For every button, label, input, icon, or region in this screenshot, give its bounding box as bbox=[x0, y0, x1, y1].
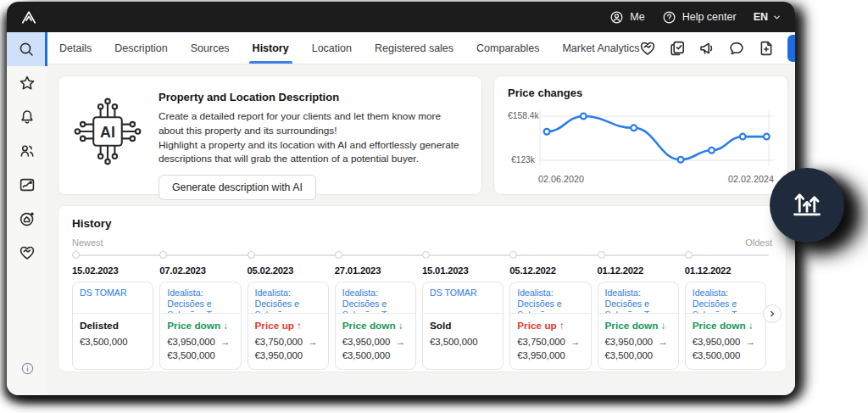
status-label: Price down ↓ bbox=[167, 320, 233, 332]
sidebar-item-contacts[interactable] bbox=[7, 134, 47, 168]
megaphone-icon[interactable] bbox=[698, 40, 715, 57]
generate-description-button[interactable]: Generate description with AI bbox=[159, 175, 316, 200]
smartlink-button[interactable]: SmartLink bbox=[787, 35, 795, 62]
status-label: Sold bbox=[430, 320, 496, 332]
market-trends-icon bbox=[789, 187, 825, 223]
status-label: Price up ↑ bbox=[517, 320, 583, 332]
price-change: €3,950,000 →€3,500,000 bbox=[605, 335, 671, 363]
history-timeline bbox=[72, 250, 772, 261]
ai-description-card: AI bbox=[58, 75, 482, 195]
source-link[interactable]: DS TOMAR bbox=[73, 282, 153, 314]
source-link[interactable]: Idealista: Decisões e Soluções Tomar bbox=[598, 282, 678, 314]
sidebar-item-star[interactable] bbox=[7, 66, 47, 100]
history-panel: History Newest Oldest 15.02.202307.02.20… bbox=[58, 205, 787, 372]
price-change: €3,950,000 →€3,500,000 bbox=[693, 335, 759, 363]
tab-registered-sales[interactable]: Registered sales bbox=[375, 32, 453, 64]
timeline-line bbox=[72, 254, 769, 256]
history-date: 01.12.2022 bbox=[598, 265, 685, 276]
info-icon[interactable] bbox=[20, 351, 35, 385]
history-card: Idealista: Decisões e Soluções Tomar... … bbox=[248, 282, 329, 370]
timeline-dot[interactable] bbox=[598, 251, 605, 259]
source-link[interactable]: Idealista: Decisões e Soluções Tomar... bbox=[510, 282, 590, 314]
status-label: Price up ↑ bbox=[255, 320, 321, 332]
topbar: Me Help center EN bbox=[7, 2, 795, 32]
timeline-dot[interactable] bbox=[509, 251, 517, 259]
tab-bar: DetailsDescriptionSourcesHistoryLocation… bbox=[47, 32, 795, 64]
chart-ytick: €158.4k bbox=[508, 111, 535, 120]
home-alerts-icon bbox=[19, 210, 36, 227]
sidebar-item-home-alerts[interactable] bbox=[7, 202, 47, 236]
tab-market-analytics[interactable]: Market Analytics bbox=[562, 32, 639, 64]
price-change: €3,950,000 →€3,500,000 bbox=[342, 335, 409, 363]
tab-comparables[interactable]: Comparables bbox=[476, 32, 539, 64]
me-menu[interactable]: Me bbox=[609, 10, 644, 25]
status-label: Price down ↓ bbox=[693, 320, 759, 332]
tab-description[interactable]: Description bbox=[114, 32, 168, 64]
timeline-oldest-label: Oldest bbox=[745, 237, 772, 248]
history-date: 01.12.2022 bbox=[685, 265, 772, 276]
status-label: Price down ↓ bbox=[342, 320, 409, 332]
ai-card-line1: Create a detailed report for your client… bbox=[159, 109, 466, 138]
star-icon bbox=[19, 75, 36, 92]
history-date: 05.02.2023 bbox=[248, 265, 335, 276]
tab-details[interactable]: Details bbox=[59, 32, 92, 64]
status-label: Price down ↓ bbox=[605, 320, 671, 332]
source-link[interactable]: Idealista: Decisões e Soluções Tomar bbox=[336, 282, 415, 314]
history-card: Idealista: Decisões e Soluções Tomar Pri… bbox=[335, 282, 416, 370]
svg-text:AI: AI bbox=[100, 124, 115, 141]
timeline-dot[interactable] bbox=[685, 251, 693, 259]
file-plus-icon[interactable] bbox=[758, 40, 775, 57]
sidebar-item-bell[interactable] bbox=[7, 100, 47, 134]
price-changes-card: Price changes €158.4k€123k 02.06.202002.… bbox=[493, 75, 788, 195]
timeline-dot[interactable] bbox=[248, 251, 255, 259]
source-link[interactable]: DS TOMAR bbox=[423, 282, 503, 314]
sidebar bbox=[7, 32, 47, 395]
sidebar-item-search[interactable] bbox=[7, 32, 47, 66]
help-center[interactable]: Help center bbox=[662, 10, 737, 25]
timeline-dot[interactable] bbox=[72, 251, 80, 259]
status-label: Delisted bbox=[80, 320, 146, 332]
me-label: Me bbox=[630, 11, 644, 23]
timeline-dot[interactable] bbox=[335, 251, 342, 259]
source-link[interactable]: Idealista: Decisões e Soluções Tomar... bbox=[248, 282, 328, 314]
chat-icon[interactable] bbox=[728, 40, 745, 57]
copy-check-icon[interactable] bbox=[669, 40, 686, 57]
price-changes-title: Price changes bbox=[508, 87, 774, 99]
price-line-chart bbox=[538, 106, 774, 172]
history-next-button[interactable] bbox=[763, 304, 782, 323]
tab-sources[interactable]: Sources bbox=[191, 32, 230, 64]
chart-xtick: 02.02.2024 bbox=[728, 174, 774, 184]
app-window: Me Help center EN bbox=[7, 2, 795, 395]
contacts-icon bbox=[19, 142, 36, 159]
price-change: €3,750,000 →€3,950,000 bbox=[517, 335, 583, 363]
ai-chip-icon: AI bbox=[69, 87, 147, 170]
casafari-logo-icon[interactable] bbox=[19, 9, 38, 25]
price-change: €3,750,000 →€3,950,000 bbox=[255, 335, 321, 363]
tab-history[interactable]: History bbox=[253, 32, 289, 64]
bell-icon bbox=[19, 109, 36, 126]
history-card: DS TOMAR Sold €3,500,000 bbox=[422, 282, 504, 370]
source-link[interactable]: Idealista: Decisões e Soluções Tomar bbox=[686, 282, 765, 314]
sidebar-item-partners[interactable] bbox=[7, 236, 47, 270]
language-selector[interactable]: EN bbox=[754, 11, 782, 23]
source-link[interactable]: Idealista: Decisões e Soluções Tomar bbox=[160, 282, 240, 314]
history-card: Idealista: Decisões e Soluções Tomar... … bbox=[509, 282, 591, 370]
partners-icon bbox=[19, 244, 36, 261]
price-change: €3,950,000 →€3,500,000 bbox=[167, 335, 233, 363]
user-icon bbox=[609, 10, 624, 25]
timeline-dot[interactable] bbox=[159, 251, 167, 259]
timeline-newest-label: Newest bbox=[72, 237, 103, 248]
chevron-down-icon bbox=[772, 13, 782, 22]
partner-handshake-icon[interactable] bbox=[639, 40, 656, 57]
history-card: Idealista: Decisões e Soluções Tomar Pri… bbox=[685, 282, 766, 370]
chart-x-axis: 02.06.202002.02.2024 bbox=[538, 174, 774, 184]
search-icon bbox=[18, 41, 35, 58]
history-date: 15.01.2023 bbox=[422, 265, 509, 276]
history-date: 07.02.2023 bbox=[159, 265, 247, 276]
tab-location[interactable]: Location bbox=[312, 32, 352, 64]
market-trends-fab[interactable] bbox=[770, 168, 844, 243]
timeline-dot[interactable] bbox=[422, 251, 430, 259]
sidebar-item-market-chart[interactable] bbox=[7, 168, 47, 202]
price-value: €3,500,000 bbox=[430, 335, 496, 349]
price-changes-chart: €158.4k€123k bbox=[508, 106, 774, 172]
